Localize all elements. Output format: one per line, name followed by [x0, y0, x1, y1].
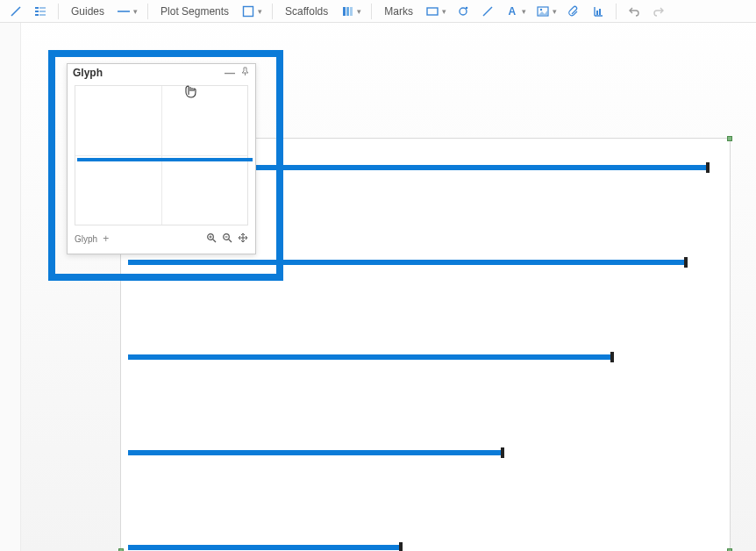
data-bar-end-handle[interactable] [610, 352, 614, 362]
redo-icon [651, 4, 667, 19]
glyph-panel-footer: Glyph + [68, 229, 255, 248]
legend-tool-button[interactable] [30, 2, 51, 21]
rectangle-icon [424, 4, 440, 19]
svg-rect-3 [39, 7, 46, 9]
svg-rect-2 [35, 14, 39, 16]
svg-rect-4 [39, 11, 46, 12]
glyph-mark-bar[interactable] [77, 158, 253, 161]
guide-horizontal-button[interactable]: ▾ [113, 2, 140, 21]
chevron-down-icon: ▾ [357, 7, 361, 16]
svg-rect-5 [39, 14, 46, 16]
chevron-down-icon: ▾ [258, 7, 262, 16]
chevron-down-icon: ▾ [133, 7, 138, 16]
line-icon [480, 4, 496, 19]
pan-icon[interactable] [238, 233, 248, 245]
minimize-icon[interactable]: — [225, 67, 235, 79]
svg-rect-11 [427, 8, 438, 15]
image-icon [535, 4, 551, 19]
svg-line-24 [229, 240, 232, 242]
data-bar-end-handle[interactable] [501, 447, 504, 458]
link-tool-button[interactable] [5, 2, 26, 21]
svg-rect-10 [350, 7, 353, 16]
pin-icon[interactable] [240, 67, 250, 79]
mark-rect-button[interactable]: ▾ [422, 2, 449, 21]
svg-line-20 [213, 240, 216, 242]
separator [371, 4, 372, 19]
mark-icon-button[interactable] [563, 2, 584, 21]
separator [616, 4, 617, 19]
data-bar-end-handle[interactable] [399, 542, 403, 551]
chevron-down-icon: ▾ [522, 7, 526, 16]
svg-rect-0 [35, 7, 39, 9]
mark-line-button[interactable] [477, 2, 498, 21]
separator [147, 4, 148, 19]
mark-symbol-button[interactable] [453, 2, 474, 21]
chevron-down-icon: ▾ [442, 7, 446, 16]
mark-data-axis-button[interactable] [588, 2, 609, 21]
attachment-icon [566, 4, 581, 19]
svg-point-16 [540, 8, 542, 10]
chevron-down-icon: ▾ [553, 7, 557, 16]
zoom-out-icon[interactable] [222, 233, 232, 245]
guides-group-label: Guides [66, 5, 110, 18]
glyph-tab-label[interactable]: Glyph [75, 234, 97, 244]
scaffold-icon [339, 4, 355, 19]
glyph-panel-header[interactable]: Glyph — [68, 64, 255, 82]
symbol-icon [455, 4, 471, 19]
mark-image-button[interactable]: ▾ [532, 2, 560, 21]
data-bar[interactable] [128, 354, 612, 360]
svg-point-12 [460, 8, 467, 15]
zoom-in-icon[interactable] [206, 233, 217, 245]
svg-line-14 [483, 7, 492, 16]
region-icon [240, 4, 256, 19]
svg-point-13 [466, 6, 468, 9]
undo-button[interactable] [624, 2, 645, 21]
plot-segments-group-label: Plot Segments [155, 5, 234, 18]
undo-icon [626, 4, 642, 19]
marks-group-label: Marks [379, 5, 418, 18]
guide-line-icon [116, 4, 132, 19]
data-bar-end-handle[interactable] [706, 162, 710, 173]
glyph-panel[interactable]: Glyph — Glyph + [67, 63, 256, 254]
separator [58, 4, 59, 19]
glyph-panel-title: Glyph [73, 67, 103, 79]
data-bar[interactable] [128, 450, 503, 455]
text-icon: A [504, 4, 520, 19]
mark-text-button[interactable]: A ▾ [502, 2, 529, 21]
data-bar[interactable] [128, 260, 686, 265]
scaffolds-group-label: Scaffolds [280, 5, 333, 18]
svg-rect-7 [244, 6, 253, 16]
chart-canvas[interactable]: Glyph — Glyph + [0, 23, 756, 551]
svg-rect-1 [35, 11, 39, 12]
toolbar: Guides ▾ Plot Segments ▾ Scaffolds ▾ Mar… [0, 0, 756, 23]
svg-rect-18 [599, 9, 601, 15]
plot-segment-region-button[interactable]: ▾ [238, 2, 265, 21]
svg-rect-9 [346, 7, 349, 16]
add-glyph-button[interactable]: + [103, 233, 109, 245]
redo-button[interactable] [648, 2, 669, 21]
svg-rect-17 [596, 11, 598, 15]
link-icon [8, 4, 24, 19]
data-bar[interactable] [128, 545, 401, 550]
separator [272, 4, 273, 19]
legend-icon [32, 4, 48, 19]
data-axis-icon [590, 4, 606, 19]
glyph-guide-h [75, 155, 247, 156]
resize-handle-ne[interactable] [727, 136, 732, 141]
svg-rect-8 [343, 7, 346, 16]
glyph-editor-area[interactable] [75, 85, 248, 225]
scaffold-button[interactable]: ▾ [337, 2, 364, 21]
data-bar-end-handle[interactable] [684, 257, 688, 268]
